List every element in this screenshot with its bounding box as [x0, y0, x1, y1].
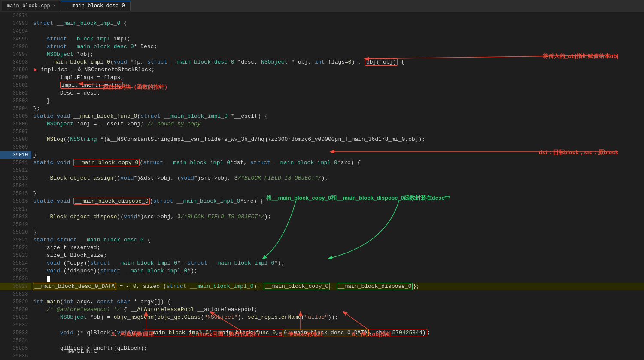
table-row: 35006 NSObject *obj = __cself->obj; // b… — [0, 120, 644, 128]
table-row: 35031 NSObject *obj = objc_msgSend(objc_… — [0, 314, 644, 321]
table-row: 35003 } — [0, 97, 644, 105]
table-row: 34999 ▶ impl.isa = &_NSConcreteStackBloc… — [0, 66, 644, 74]
table-row: 35012 — [0, 167, 644, 174]
tab-bar: main_block.cpp › __main_block_desc_0 — [0, 0, 644, 12]
table-row: 35010 } — [0, 151, 644, 159]
table-row: 35014 — [0, 182, 644, 190]
table-row: 35033 void (* qlBlock)(void) = __main_bl… — [0, 329, 644, 337]
table-row: 35027 __main_block_desc_0_DATA = { 0, si… — [0, 283, 644, 290]
table-row: 34971 — [0, 12, 644, 20]
table-row: 35009 — [0, 143, 644, 151]
table-row: 35035 qlBlock->FuncPtr(qlBlock); — [0, 345, 644, 352]
table-row: 34998 __main_block_impl_0(void *fp, stru… — [0, 58, 644, 66]
table-row: 34994 — [0, 27, 644, 35]
table-row: 34993 struct __main_block_impl_0 { — [0, 20, 644, 27]
table-row: 35029 int main(int argc, const char * ar… — [0, 298, 644, 306]
table-row: 35032 — [0, 321, 644, 329]
table-row: 35021 static struct __main_block_desc_0 … — [0, 236, 644, 244]
table-row: 35015 } — [0, 190, 644, 198]
table-row: 35001 impl.FuncPtr = fp; — [0, 82, 644, 89]
table-row: 35005 static void __main_block_func_0(st… — [0, 113, 644, 120]
table-row: 35007 — [0, 128, 644, 136]
table-row: 35019 — [0, 221, 644, 229]
table-row: 35028 — [0, 290, 644, 298]
tab-desc[interactable]: __main_block_desc_0 — [61, 1, 131, 11]
table-row: 34997 NSObject *obj; — [0, 51, 644, 58]
table-row: 35034 — [0, 337, 644, 345]
tab-main-block[interactable]: main_block.cpp › — [2, 1, 61, 11]
table-row: 35004 }; — [0, 105, 644, 113]
table-row: 35017 — [0, 205, 644, 213]
table-row: 34996 struct __main_block_desc_0* Desc; — [0, 43, 644, 51]
table-row: 35020 } — [0, 229, 644, 236]
table-row: 35011 static void __main_block_copy_0(st… — [0, 159, 644, 167]
table-row: 35000 impl.Flags = flags; — [0, 74, 644, 82]
table-row: 35008 NSLog((NSString *)&__NSConstantStr… — [0, 136, 644, 143]
table-row: 35023 size_t Block_size; — [0, 252, 644, 259]
table-row: 34995 struct __block_impl impl; — [0, 35, 644, 43]
table-row: 35018 _Block_object_dispose((void*)src->… — [0, 213, 644, 221]
code-table: 34971 34993 struct __main_block_impl_0 {… — [0, 12, 644, 360]
table-row: 35022 size_t reserved; — [0, 244, 644, 252]
table-row: 35025 void (*dispose)(struct __main_bloc… — [0, 267, 644, 275]
table-row: 35016 static void __main_block_dispose_0… — [0, 198, 644, 205]
table-row: 35013 _Block_object_assign((void*)&dst->… — [0, 174, 644, 182]
table-row: 35026 — [0, 275, 644, 283]
table-row: 35002 Desc = desc; — [0, 89, 644, 97]
table-row: 35024 void (*copy)(struct __main_block_i… — [0, 259, 644, 267]
table-row: 35030 /* @autoreleasepool */ { __AtAutor… — [0, 306, 644, 314]
code-area: 34971 34993 struct __main_block_impl_0 {… — [0, 12, 644, 360]
table-row: 35036 — [0, 352, 644, 360]
